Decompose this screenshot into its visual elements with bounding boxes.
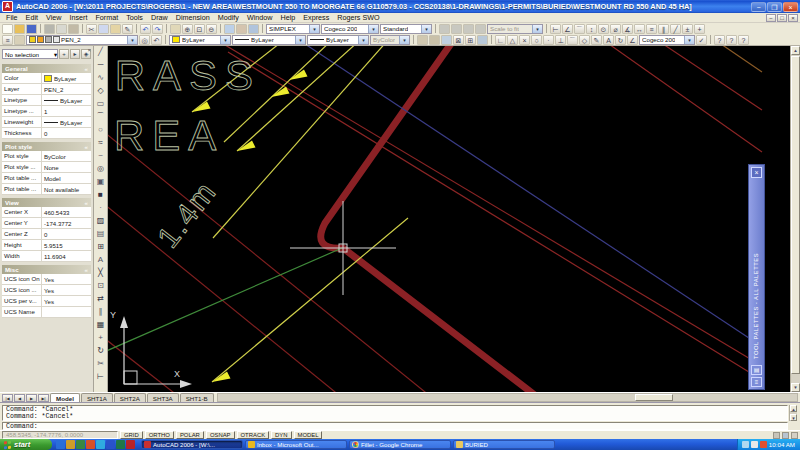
tolerance-icon[interactable]: ± bbox=[682, 24, 693, 34]
diameter-dimension-icon[interactable]: ⌀ bbox=[610, 24, 621, 34]
make-block-icon[interactable]: ■ bbox=[95, 189, 107, 202]
task-folder-buried[interactable]: BURIED bbox=[453, 440, 555, 449]
layer-isolate-icon[interactable] bbox=[417, 35, 428, 45]
extend-icon[interactable]: ⊢ bbox=[95, 371, 107, 384]
layer-properties-manager-icon[interactable]: ≡ bbox=[2, 35, 13, 45]
ordinate-icon[interactable]: ↕ bbox=[586, 24, 597, 34]
make-object-layer-current-icon[interactable]: ◎ bbox=[139, 35, 150, 45]
property-row[interactable]: UCS icon ...Yes bbox=[2, 285, 91, 296]
snap-perpendicular-icon[interactable]: ⊥ bbox=[555, 35, 566, 45]
dimension-update-icon[interactable]: ✓ bbox=[696, 35, 707, 45]
property-row[interactable]: Thickness0 bbox=[2, 128, 91, 139]
property-row[interactable]: Width11.6904 bbox=[2, 251, 91, 262]
mdi-close-icon[interactable]: × bbox=[788, 14, 798, 22]
property-row[interactable]: ColorByLayer bbox=[2, 73, 91, 84]
mirror-icon[interactable]: ⇄ bbox=[95, 293, 107, 306]
match-properties-icon[interactable]: ✎ bbox=[122, 24, 133, 34]
property-row[interactable]: Center X460.5433 bbox=[2, 207, 91, 218]
qnew-icon[interactable] bbox=[2, 24, 13, 34]
tab-model[interactable]: Model bbox=[50, 393, 80, 403]
snap-nearest-icon[interactable]: ◇ bbox=[579, 35, 590, 45]
linear-dimension-icon[interactable]: ⊢ bbox=[550, 24, 561, 34]
status-toggle-otrack[interactable]: OTRACK bbox=[237, 431, 270, 439]
property-row[interactable]: Plot styleByColor bbox=[2, 151, 91, 162]
command-scrollbar[interactable]: ▲ ▼ bbox=[789, 405, 797, 421]
polyline-icon[interactable]: ∿ bbox=[95, 72, 107, 85]
dim-style-manager-icon[interactable]: ∠ bbox=[627, 35, 638, 45]
region-icon[interactable]: ▤ bbox=[95, 228, 107, 241]
snap-tangent-icon[interactable]: ⌒ bbox=[567, 35, 578, 45]
cmd-scroll-up-icon[interactable]: ▲ bbox=[790, 405, 797, 412]
scroll-down-icon[interactable]: ▼ bbox=[791, 383, 800, 392]
section-header-view[interactable]: View« bbox=[2, 198, 91, 207]
tool-palettes-menu-icon[interactable]: ≡ bbox=[751, 377, 762, 387]
zoom-realtime-icon[interactable]: ⊕ bbox=[182, 24, 193, 34]
trim-icon[interactable]: ✂ bbox=[95, 358, 107, 371]
property-row[interactable]: LinetypeByLayer bbox=[2, 95, 91, 106]
dim-style-combo-2[interactable]: Cogeco 200▾ bbox=[639, 35, 695, 45]
communication-center-icon[interactable] bbox=[773, 432, 780, 439]
rotate-icon[interactable]: ↻ bbox=[95, 345, 107, 358]
dim-edit-icon[interactable]: ✎ bbox=[591, 35, 602, 45]
layer-previous-icon[interactable]: ↶ bbox=[151, 35, 162, 45]
hscroll-thumb[interactable] bbox=[635, 394, 673, 401]
tab-sht1-b[interactable]: SHT1-B bbox=[180, 393, 214, 403]
offset-icon[interactable]: ∥ bbox=[95, 306, 107, 319]
menu-modify[interactable]: Modify bbox=[214, 13, 243, 22]
menu-file[interactable]: File bbox=[2, 13, 22, 22]
menu-express[interactable]: Express bbox=[299, 13, 333, 22]
property-row[interactable]: Center Z0 bbox=[2, 229, 91, 240]
property-row[interactable]: Plot table ...Not available bbox=[2, 184, 91, 195]
property-row[interactable]: Plot style ...None bbox=[2, 162, 91, 173]
quick-leader-icon[interactable]: ╱ bbox=[670, 24, 681, 34]
erase-icon[interactable]: ╳ bbox=[95, 267, 107, 280]
tab-last-icon[interactable]: ▶| bbox=[38, 394, 49, 402]
mdi-minimize-icon[interactable]: − bbox=[766, 14, 776, 22]
command-history[interactable]: Command: *Cancel*Command: *Cancel* bbox=[2, 405, 788, 421]
internet-explorer-icon[interactable] bbox=[56, 440, 65, 449]
acrobat-icon[interactable] bbox=[126, 440, 135, 449]
task-autocad[interactable]: AutoCAD 2006 - [W:\... bbox=[141, 440, 243, 449]
copy-object-icon[interactable]: ⊡ bbox=[95, 280, 107, 293]
property-row[interactable]: UCS Name bbox=[2, 307, 91, 318]
section-header-general[interactable]: General« bbox=[2, 64, 91, 73]
menu-dimension[interactable]: Dimension bbox=[172, 13, 214, 22]
continue-dimension-icon[interactable]: ∥ bbox=[658, 24, 669, 34]
clip-viewport-icon[interactable] bbox=[475, 24, 486, 34]
properties-icon[interactable] bbox=[224, 24, 235, 34]
angular-dimension-icon[interactable]: ∡ bbox=[622, 24, 633, 34]
minimize-button[interactable]: − bbox=[751, 2, 766, 12]
drawing-canvas[interactable]: GRASSAREA1.4mYX bbox=[108, 46, 790, 392]
layer-states-manager-icon[interactable] bbox=[14, 35, 25, 45]
messenger-icon[interactable] bbox=[96, 440, 105, 449]
tab-first-icon[interactable]: |◀ bbox=[2, 394, 13, 402]
menu-insert[interactable]: Insert bbox=[65, 13, 91, 22]
rectangle-icon[interactable]: ▭ bbox=[95, 98, 107, 111]
property-row[interactable]: UCS icon OnYes bbox=[2, 274, 91, 285]
collapse-icon[interactable]: « bbox=[85, 64, 88, 73]
status-menu-arrow-icon[interactable] bbox=[791, 432, 798, 439]
hatch-icon[interactable]: ▨ bbox=[95, 215, 107, 228]
circle-icon[interactable]: ○ bbox=[95, 124, 107, 137]
center-mark-icon[interactable]: + bbox=[694, 24, 705, 34]
status-toggle-dyn[interactable]: DYN bbox=[271, 431, 291, 439]
property-row[interactable]: LineweightByLayer bbox=[2, 117, 91, 128]
selection-combo[interactable]: No selection ▾ bbox=[2, 49, 58, 59]
move-icon[interactable]: + bbox=[95, 332, 107, 345]
menu-format[interactable]: Format bbox=[91, 13, 122, 22]
plot-preview-icon[interactable] bbox=[56, 24, 67, 34]
layer-freeze-icon[interactable] bbox=[441, 35, 452, 45]
snap-midpoint-icon[interactable]: △ bbox=[507, 35, 518, 45]
plot-style-combo[interactable]: ByColor▾ bbox=[370, 35, 410, 45]
tool-palettes-properties-icon[interactable]: ▤ bbox=[751, 365, 762, 375]
menu-window[interactable]: Window bbox=[243, 13, 277, 22]
ellipse-icon[interactable]: ◎ bbox=[95, 163, 107, 176]
email-icon[interactable] bbox=[66, 440, 75, 449]
mdi-restore-icon[interactable]: □ bbox=[777, 14, 787, 22]
volume-tray-icon[interactable] bbox=[751, 441, 758, 448]
task-chrome[interactable]: Fillet - Google Chrome bbox=[349, 440, 451, 449]
arc-length-icon[interactable]: ⌒ bbox=[574, 24, 585, 34]
radius-dimension-icon[interactable]: ⊙ bbox=[598, 24, 609, 34]
table-icon[interactable]: ⊞ bbox=[95, 241, 107, 254]
property-row[interactable]: Center Y-174.3772 bbox=[2, 218, 91, 229]
